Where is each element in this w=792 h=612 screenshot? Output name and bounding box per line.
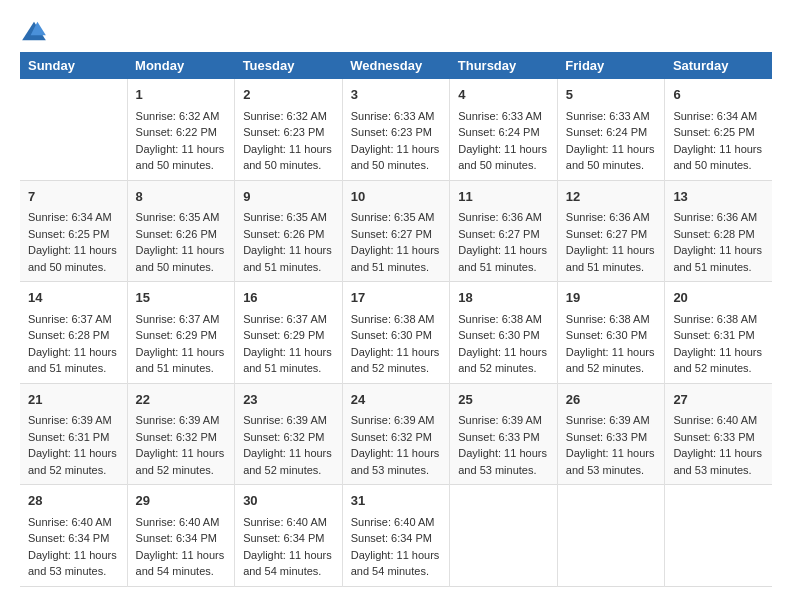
calendar-cell: 6Sunrise: 6:34 AMSunset: 6:25 PMDaylight… — [665, 79, 772, 180]
day-number: 7 — [28, 187, 119, 207]
calendar-cell: 13Sunrise: 6:36 AMSunset: 6:28 PMDayligh… — [665, 180, 772, 282]
calendar-cell — [450, 485, 558, 587]
calendar-week-row: 21Sunrise: 6:39 AMSunset: 6:31 PMDayligh… — [20, 383, 772, 485]
calendar-cell: 1Sunrise: 6:32 AMSunset: 6:22 PMDaylight… — [127, 79, 235, 180]
calendar-cell: 18Sunrise: 6:38 AMSunset: 6:30 PMDayligh… — [450, 282, 558, 384]
day-number: 16 — [243, 288, 334, 308]
day-number: 22 — [136, 390, 227, 410]
calendar-cell — [557, 485, 665, 587]
calendar-cell: 25Sunrise: 6:39 AMSunset: 6:33 PMDayligh… — [450, 383, 558, 485]
calendar-cell: 23Sunrise: 6:39 AMSunset: 6:32 PMDayligh… — [235, 383, 343, 485]
day-number: 11 — [458, 187, 549, 207]
calendar-cell: 21Sunrise: 6:39 AMSunset: 6:31 PMDayligh… — [20, 383, 127, 485]
calendar-week-row: 7Sunrise: 6:34 AMSunset: 6:25 PMDaylight… — [20, 180, 772, 282]
day-number: 24 — [351, 390, 442, 410]
day-number: 1 — [136, 85, 227, 105]
day-number: 14 — [28, 288, 119, 308]
header-cell-saturday: Saturday — [665, 52, 772, 79]
day-number: 20 — [673, 288, 764, 308]
calendar-cell: 5Sunrise: 6:33 AMSunset: 6:24 PMDaylight… — [557, 79, 665, 180]
calendar-cell: 8Sunrise: 6:35 AMSunset: 6:26 PMDaylight… — [127, 180, 235, 282]
header-cell-monday: Monday — [127, 52, 235, 79]
calendar-cell — [20, 79, 127, 180]
calendar-week-row: 14Sunrise: 6:37 AMSunset: 6:28 PMDayligh… — [20, 282, 772, 384]
calendar-week-row: 1Sunrise: 6:32 AMSunset: 6:22 PMDaylight… — [20, 79, 772, 180]
calendar-cell: 9Sunrise: 6:35 AMSunset: 6:26 PMDaylight… — [235, 180, 343, 282]
calendar-cell — [665, 485, 772, 587]
header-cell-sunday: Sunday — [20, 52, 127, 79]
calendar-header-row: SundayMondayTuesdayWednesdayThursdayFrid… — [20, 52, 772, 79]
calendar-week-row: 28Sunrise: 6:40 AMSunset: 6:34 PMDayligh… — [20, 485, 772, 587]
calendar-cell: 15Sunrise: 6:37 AMSunset: 6:29 PMDayligh… — [127, 282, 235, 384]
header — [20, 20, 772, 42]
calendar-cell: 11Sunrise: 6:36 AMSunset: 6:27 PMDayligh… — [450, 180, 558, 282]
day-number: 6 — [673, 85, 764, 105]
calendar-cell: 30Sunrise: 6:40 AMSunset: 6:34 PMDayligh… — [235, 485, 343, 587]
day-number: 12 — [566, 187, 657, 207]
day-number: 28 — [28, 491, 119, 511]
day-number: 13 — [673, 187, 764, 207]
day-number: 30 — [243, 491, 334, 511]
calendar-cell: 20Sunrise: 6:38 AMSunset: 6:31 PMDayligh… — [665, 282, 772, 384]
logo-icon — [20, 20, 48, 42]
calendar-cell: 27Sunrise: 6:40 AMSunset: 6:33 PMDayligh… — [665, 383, 772, 485]
day-number: 27 — [673, 390, 764, 410]
day-number: 23 — [243, 390, 334, 410]
day-number: 3 — [351, 85, 442, 105]
calendar-cell: 4Sunrise: 6:33 AMSunset: 6:24 PMDaylight… — [450, 79, 558, 180]
day-number: 4 — [458, 85, 549, 105]
day-number: 29 — [136, 491, 227, 511]
calendar-cell: 10Sunrise: 6:35 AMSunset: 6:27 PMDayligh… — [342, 180, 450, 282]
calendar-cell: 3Sunrise: 6:33 AMSunset: 6:23 PMDaylight… — [342, 79, 450, 180]
day-number: 10 — [351, 187, 442, 207]
day-number: 31 — [351, 491, 442, 511]
day-number: 18 — [458, 288, 549, 308]
header-cell-tuesday: Tuesday — [235, 52, 343, 79]
header-cell-wednesday: Wednesday — [342, 52, 450, 79]
calendar-cell: 19Sunrise: 6:38 AMSunset: 6:30 PMDayligh… — [557, 282, 665, 384]
calendar-cell: 29Sunrise: 6:40 AMSunset: 6:34 PMDayligh… — [127, 485, 235, 587]
calendar-cell: 24Sunrise: 6:39 AMSunset: 6:32 PMDayligh… — [342, 383, 450, 485]
calendar-cell: 2Sunrise: 6:32 AMSunset: 6:23 PMDaylight… — [235, 79, 343, 180]
day-number: 19 — [566, 288, 657, 308]
calendar-cell: 17Sunrise: 6:38 AMSunset: 6:30 PMDayligh… — [342, 282, 450, 384]
day-number: 9 — [243, 187, 334, 207]
logo — [20, 20, 52, 42]
day-number: 26 — [566, 390, 657, 410]
day-number: 25 — [458, 390, 549, 410]
calendar-cell: 22Sunrise: 6:39 AMSunset: 6:32 PMDayligh… — [127, 383, 235, 485]
calendar-cell: 26Sunrise: 6:39 AMSunset: 6:33 PMDayligh… — [557, 383, 665, 485]
day-number: 21 — [28, 390, 119, 410]
day-number: 17 — [351, 288, 442, 308]
header-cell-friday: Friday — [557, 52, 665, 79]
calendar-cell: 31Sunrise: 6:40 AMSunset: 6:34 PMDayligh… — [342, 485, 450, 587]
calendar-cell: 28Sunrise: 6:40 AMSunset: 6:34 PMDayligh… — [20, 485, 127, 587]
day-number: 5 — [566, 85, 657, 105]
day-number: 8 — [136, 187, 227, 207]
calendar-table: SundayMondayTuesdayWednesdayThursdayFrid… — [20, 52, 772, 587]
calendar-cell: 14Sunrise: 6:37 AMSunset: 6:28 PMDayligh… — [20, 282, 127, 384]
calendar-cell: 12Sunrise: 6:36 AMSunset: 6:27 PMDayligh… — [557, 180, 665, 282]
calendar-cell: 16Sunrise: 6:37 AMSunset: 6:29 PMDayligh… — [235, 282, 343, 384]
day-number: 15 — [136, 288, 227, 308]
calendar-cell: 7Sunrise: 6:34 AMSunset: 6:25 PMDaylight… — [20, 180, 127, 282]
header-cell-thursday: Thursday — [450, 52, 558, 79]
day-number: 2 — [243, 85, 334, 105]
